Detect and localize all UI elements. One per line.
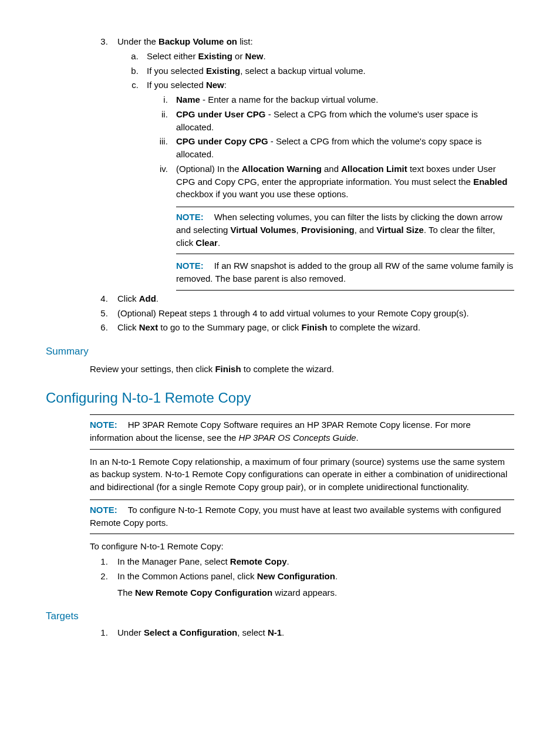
step-3c-iv: (Optional) In the Allocation Warning and…	[170, 163, 514, 201]
step-3c-iii: CPG under Copy CPG - Select a CPG from w…	[170, 135, 514, 161]
sub-list-a: Select either Existing or New. If you se…	[117, 50, 514, 291]
step-6: Click Next to go to the Summary page, or…	[110, 321, 514, 334]
step-list: Under the Backup Volume on list: Select …	[46, 35, 514, 334]
nto1-body: NOTE:HP 3PAR Remote Copy Software requir…	[90, 414, 514, 553]
step-3c: If you selected New: Name - Enter a name…	[141, 79, 514, 291]
note-container: NOTE:When selecting volumes, you can fil…	[176, 207, 514, 291]
note-requirements: NOTE:To configure N-to-1 Remote Copy, yo…	[90, 499, 514, 535]
step-5: (Optional) Repeat steps 1 through 4 to a…	[110, 307, 514, 320]
targets-step-1: Under Select a Configuration, select N-1…	[110, 626, 514, 639]
step-3a: Select either Existing or New.	[141, 50, 514, 63]
targets-heading: Targets	[46, 609, 514, 624]
nto1-heading: Configuring N-to-1 Remote Copy	[46, 388, 514, 409]
note-license: NOTE:HP 3PAR Remote Copy Software requir…	[90, 414, 514, 450]
nto1-step-2: In the Common Actions panel, click New C…	[110, 570, 514, 599]
nto1-step-2-result: The New Remote Copy Configuration wizard…	[117, 586, 514, 599]
targets-steps: Under Select a Configuration, select N-1…	[46, 626, 514, 639]
sub-list-roman: Name - Enter a name for the backup virtu…	[147, 93, 514, 201]
step-3c-i: Name - Enter a name for the backup virtu…	[170, 93, 514, 106]
document-content: Under the Backup Volume on list: Select …	[46, 35, 514, 746]
summary-heading: Summary	[46, 345, 514, 359]
note-rw-snapshot: NOTE:If an RW snapshot is added to the g…	[176, 256, 514, 291]
step-3b: If you selected Existing, select a backu…	[141, 65, 514, 77]
nto1-step-1: In the Manager Pane, select Remote Copy.	[110, 555, 514, 568]
summary-text: Review your settings, then click Finish …	[90, 363, 514, 376]
step-3c-ii: CPG under User CPG - Select a CPG from w…	[170, 108, 514, 134]
nto1-steps: In the Manager Pane, select Remote Copy.…	[46, 555, 514, 599]
note-filter: NOTE:When selecting volumes, you can fil…	[176, 207, 514, 254]
step-3: Under the Backup Volume on list: Select …	[110, 35, 514, 291]
nto1-description: In an N-to-1 Remote Copy relationship, a…	[90, 455, 514, 494]
nto1-intro: To configure N-to-1 Remote Copy:	[90, 540, 514, 553]
step-4: Click Add.	[110, 292, 514, 305]
